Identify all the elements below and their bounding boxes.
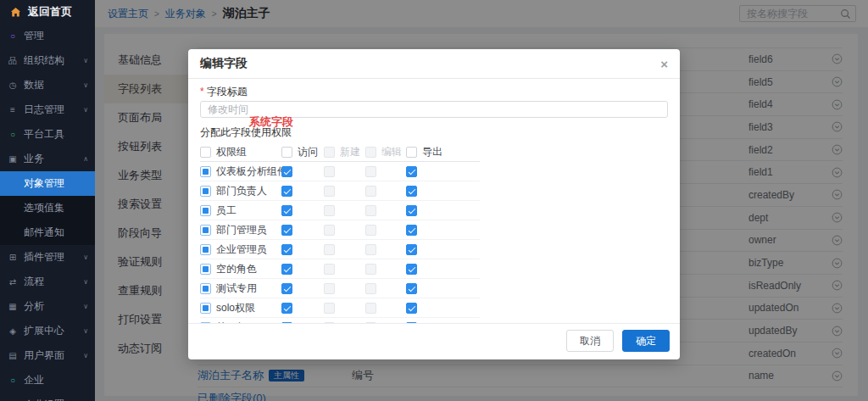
checkbox[interactable] bbox=[281, 264, 292, 275]
sidebar-item[interactable]: ▤用户界面∨ bbox=[0, 343, 95, 368]
permission-cell bbox=[281, 244, 324, 255]
checkbox[interactable] bbox=[200, 283, 211, 294]
checkbox[interactable] bbox=[406, 264, 417, 275]
chevron-down-icon: ∨ bbox=[83, 253, 88, 261]
permission-cell bbox=[324, 244, 365, 255]
checkbox bbox=[324, 322, 335, 324]
chevron-down-icon: ∨ bbox=[83, 327, 88, 335]
checkbox[interactable] bbox=[200, 322, 211, 324]
checkbox bbox=[324, 264, 335, 275]
checkbox[interactable] bbox=[281, 166, 292, 177]
sidebar-item[interactable]: ≡日志管理∨ bbox=[0, 97, 95, 122]
checkbox[interactable] bbox=[200, 244, 211, 255]
permission-row: 员工 bbox=[200, 201, 480, 220]
sidebar-item[interactable]: ▦分析∨ bbox=[0, 294, 95, 319]
checkbox[interactable] bbox=[281, 322, 292, 324]
sidebar-item-label: 分析 bbox=[24, 299, 80, 314]
extension-icon: ◈ bbox=[7, 326, 19, 336]
permission-column-label: 权限组 bbox=[216, 145, 247, 159]
sidebar-item-label: 插件管理 bbox=[24, 250, 80, 265]
checkbox[interactable] bbox=[281, 244, 292, 255]
permission-row: 单一权限 bbox=[200, 318, 480, 323]
permission-cell bbox=[406, 264, 447, 275]
checkbox bbox=[365, 264, 376, 275]
checkbox[interactable] bbox=[281, 283, 292, 294]
checkbox[interactable] bbox=[281, 225, 292, 236]
permission-cell: 测试专用 bbox=[200, 281, 281, 296]
permission-group-label: 空的角色 bbox=[216, 262, 257, 276]
permission-cell bbox=[281, 283, 324, 294]
checkbox bbox=[365, 225, 376, 236]
checkbox[interactable] bbox=[281, 205, 292, 216]
checkbox[interactable] bbox=[200, 166, 211, 177]
checkbox[interactable] bbox=[406, 205, 417, 216]
sidebar-item-label: 日志管理 bbox=[24, 103, 80, 117]
chevron-down-icon: ∨ bbox=[83, 303, 88, 310]
sidebar-item[interactable]: ⊞插件管理∨ bbox=[0, 245, 95, 270]
checkbox[interactable] bbox=[281, 147, 292, 158]
checkbox bbox=[365, 166, 376, 177]
field-title-label: *字段标题 bbox=[200, 86, 668, 97]
circle-icon: ○ bbox=[7, 31, 19, 41]
checkbox[interactable] bbox=[200, 147, 211, 158]
sidebar-item[interactable]: ○管理 bbox=[0, 24, 95, 48]
permission-cell bbox=[406, 166, 447, 177]
permission-cell bbox=[281, 186, 324, 197]
checkbox[interactable] bbox=[200, 186, 211, 197]
sidebar-item[interactable]: ○企业 bbox=[0, 368, 95, 393]
permission-group-label: solo权限 bbox=[216, 301, 255, 315]
sidebar-item[interactable]: ○平台工具 bbox=[0, 122, 95, 147]
checkbox[interactable] bbox=[281, 303, 292, 314]
sidebar-item-label: 企业设置 bbox=[24, 398, 80, 401]
sidebar-item[interactable]: 品组织结构∨ bbox=[0, 48, 95, 73]
checkbox bbox=[324, 205, 335, 216]
checkbox bbox=[365, 205, 376, 216]
checkbox[interactable] bbox=[406, 225, 417, 236]
cancel-button[interactable]: 取消 bbox=[566, 330, 614, 352]
user-interface-icon: ▤ bbox=[7, 351, 19, 360]
sidebar-item-label: 管理 bbox=[24, 29, 88, 43]
checkbox[interactable] bbox=[200, 303, 211, 314]
checkbox[interactable] bbox=[200, 264, 211, 275]
sidebar: 返回首页 ○管理品组织结构∨◷数据∨≡日志管理∨○平台工具▣业务∧对象管理选项值… bbox=[0, 0, 95, 401]
modal-title: 编辑字段 bbox=[200, 56, 248, 71]
sidebar-home-button[interactable]: 返回首页 bbox=[0, 0, 95, 24]
checkbox[interactable] bbox=[200, 225, 211, 236]
permission-cell bbox=[365, 244, 406, 255]
checkbox bbox=[324, 186, 335, 197]
checkbox[interactable] bbox=[406, 186, 417, 197]
chevron-down-icon: ∨ bbox=[83, 352, 88, 359]
checkbox[interactable] bbox=[406, 303, 417, 314]
checkbox[interactable] bbox=[281, 186, 292, 197]
permission-group-label: 仪表板分析组件 bbox=[216, 164, 287, 179]
sidebar-subitem[interactable]: 选项值集 bbox=[0, 196, 95, 220]
permission-cell bbox=[365, 186, 406, 197]
confirm-button[interactable]: 确定 bbox=[622, 330, 670, 352]
checkbox[interactable] bbox=[406, 147, 417, 158]
analysis-icon: ▦ bbox=[7, 302, 19, 311]
checkbox bbox=[365, 244, 376, 255]
checkbox[interactable] bbox=[406, 322, 417, 324]
permission-cell bbox=[324, 225, 365, 236]
sidebar-subitem[interactable]: 邮件通知 bbox=[0, 220, 95, 245]
sidebar-item[interactable]: ▣业务∧ bbox=[0, 147, 95, 171]
permission-table: 权限组访问新建编辑导出仪表板分析组件部门负责人员工部门管理员企业管理员空的角色测… bbox=[200, 142, 480, 323]
chevron-up-icon: ∧ bbox=[83, 155, 88, 163]
checkbox[interactable] bbox=[200, 205, 211, 216]
permission-cell bbox=[365, 303, 406, 314]
checkbox bbox=[324, 166, 335, 177]
sidebar-item[interactable]: ▥企业设置∨ bbox=[0, 393, 95, 401]
permission-header-cell: 访问 bbox=[281, 145, 324, 159]
checkbox[interactable] bbox=[406, 283, 417, 294]
sidebar-subitem[interactable]: 对象管理 bbox=[0, 171, 95, 196]
permission-column-label: 新建 bbox=[340, 145, 360, 159]
close-icon[interactable]: × bbox=[660, 58, 668, 70]
sidebar-item[interactable]: ◷数据∨ bbox=[0, 73, 95, 97]
permission-header-cell: 编辑 bbox=[365, 145, 406, 159]
checkbox[interactable] bbox=[406, 166, 417, 177]
checkbox[interactable] bbox=[406, 244, 417, 255]
permission-row: 企业管理员 bbox=[200, 240, 480, 259]
sidebar-item[interactable]: ⇄流程∨ bbox=[0, 270, 95, 294]
org-structure-icon: 品 bbox=[7, 55, 19, 67]
sidebar-item[interactable]: ◈扩展中心∨ bbox=[0, 319, 95, 343]
